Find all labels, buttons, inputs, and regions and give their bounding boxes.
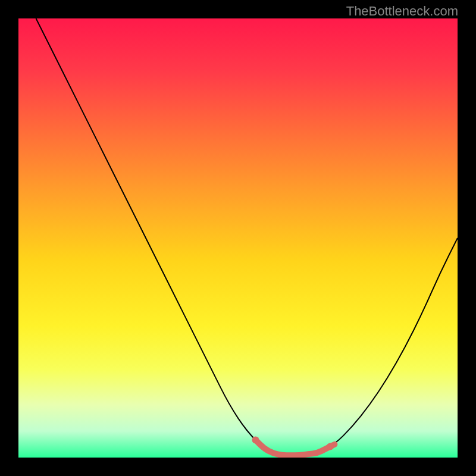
curve-layer xyxy=(18,18,458,458)
highlight-segment xyxy=(256,440,335,455)
bottleneck-curve xyxy=(36,18,458,455)
chart-container: TheBottleneck.com xyxy=(0,0,476,476)
watermark-label: TheBottleneck.com xyxy=(346,4,458,19)
highlight-dot xyxy=(327,443,334,450)
plot-area xyxy=(18,18,458,458)
highlight-dot xyxy=(252,436,259,443)
